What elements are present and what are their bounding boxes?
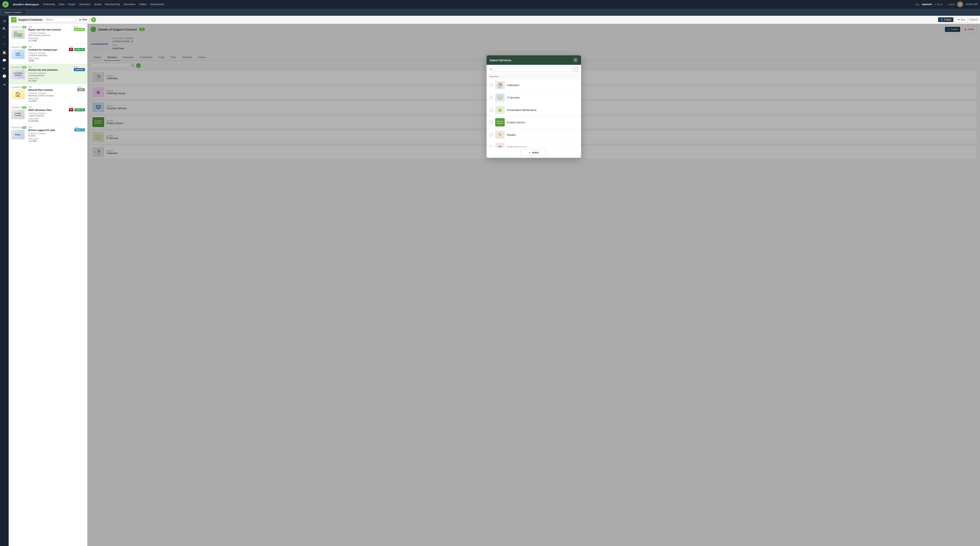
nav-quality[interactable]: Quality <box>94 3 102 6</box>
contract-item-56[interactable]: Contract ID 56 LOCKHEEDMARTIN Title Sevi… <box>9 64 87 84</box>
contract-63-id: 63 <box>22 26 26 29</box>
toolbar-search-input[interactable] <box>44 18 75 22</box>
modal-item-uniformity[interactable]: 👥 Uniformity Survey <box>487 141 581 147</box>
sidebar-plus-icon[interactable]: + <box>1 33 8 40</box>
app-logo[interactable]: A <box>2 1 9 8</box>
contract-54-company: American Crane Company <box>29 94 76 97</box>
nav-development[interactable]: Development <box>150 3 164 6</box>
contract-52-company: Furcifer <box>29 135 73 137</box>
logout-button[interactable]: ← Logout <box>945 3 955 5</box>
sidebar-cloud-icon[interactable]: ☁ <box>1 80 8 88</box>
modal-item-product[interactable]: ProductsServices Product Service <box>487 116 581 129</box>
toolbar-tour-button[interactable]: 👁 Tour <box>955 17 968 22</box>
modal-footer: ✓ Select <box>487 147 581 158</box>
modal-item-prev-maintenance[interactable]: 👷 Preventative Maintenance <box>487 104 581 116</box>
nav-automation[interactable]: Automation <box>124 3 135 6</box>
workspace-name: Jennifer's Workspace <box>13 3 39 6</box>
nav-utilities[interactable]: Utilities <box>139 3 147 6</box>
modal-select-button[interactable]: ✓ Select <box>520 149 547 156</box>
content-area: 🤝 Support Contracts ⊟ Filter + 👤 Follow … <box>9 16 980 546</box>
sidebar-icons: ⊞ 🔍 + ? 🔔 💬 ▶ 🕐 ☁ <box>0 16 9 546</box>
nav-manufacturing[interactable]: Manufacturing <box>105 3 120 6</box>
filter-button[interactable]: ⊟ Filter <box>77 18 89 22</box>
contract-59-title: Contract for renewed part <box>29 48 67 51</box>
count-badge: Count 9 <box>969 18 978 21</box>
modal-thumb-prev: 👷 <box>495 106 505 114</box>
sidebar-help-icon[interactable]: ? <box>1 41 8 48</box>
contract-item-63[interactable]: Contract ID 63 ASCPROCESSSYSTEMS Title R… <box>9 24 87 44</box>
contract-id-label: Contract ID <box>11 26 21 28</box>
errors-button[interactable]: ⚠ Errors <box>934 3 943 6</box>
contract-item-53[interactable]: Contract ID 53 CYGNETTexkimp Title HVAC … <box>9 104 87 124</box>
modal-checkbox-product[interactable] <box>490 121 493 124</box>
modal-item-it[interactable]: IT Services <box>487 91 581 104</box>
contract-53-title: HVAC Business Plan <box>29 109 67 111</box>
svg-text:👥: 👥 <box>498 146 502 147</box>
svg-text:🔧: 🔧 <box>498 133 502 137</box>
modal-checkbox-it[interactable] <box>490 96 493 99</box>
svg-rect-19 <box>499 99 501 99</box>
contract-52-type: Water Ta <box>75 129 85 131</box>
split-layout: Contract ID 63 ASCPROCESSSYSTEMS Title R… <box>9 24 980 546</box>
filter-icon: ⊟ <box>79 18 81 21</box>
contract-59-company: Lumitech Industries <box>29 54 67 57</box>
contract-59-order: 34343 <box>29 59 67 62</box>
contract-list: Contract ID 63 ASCPROCESSSYSTEMS Title R… <box>9 24 88 546</box>
org-label: Org: <box>915 3 920 5</box>
modal-checkbox-repairs[interactable] <box>490 133 493 136</box>
contract-56-id: 56 <box>22 66 26 68</box>
modal-add-button[interactable]: + <box>573 67 578 72</box>
contract-59-type: HVAC 80 <box>75 48 85 51</box>
contract-item-54[interactable]: Contract ID 54 🏠 Title Dimond Plan contr… <box>9 84 87 104</box>
modal-item-calibration[interactable]: Calibration <box>487 79 581 91</box>
header-right: Org: Appward ⚠ Errors ← Logout JS Jennif… <box>915 2 978 7</box>
sidebar-clock-icon[interactable]: 🕐 <box>1 73 8 80</box>
modal-thumb-uniformity: 👥 <box>495 143 505 147</box>
toolbar-follow-button[interactable]: 👤 Follow <box>938 18 953 22</box>
svg-rect-18 <box>498 96 502 98</box>
handshake-icon: 🤝 <box>13 18 15 21</box>
contract-54-type: Other <box>77 88 85 91</box>
modal-search-input[interactable] <box>494 67 571 72</box>
breadcrumb-close[interactable]: × <box>22 11 24 13</box>
add-contract-button[interactable]: + <box>91 17 96 22</box>
modal-checkbox-prev[interactable] <box>490 108 493 111</box>
modal-thumb-product: ProductsServices <box>495 118 505 126</box>
user-name: Jennifer Sistili <box>966 3 978 5</box>
contract-63-logo: ASCPROCESSSYSTEMS <box>11 29 25 39</box>
contract-52-id: 52 <box>22 126 26 129</box>
contract-54-id: 54 <box>22 86 26 89</box>
modal-item-uniformity-name: Uniformity Survey <box>507 146 527 147</box>
contract-54-logo: 🏠 <box>11 89 25 99</box>
modal-checkbox-uniformity[interactable] <box>490 146 493 147</box>
contract-56-type: AutoClav <box>74 68 85 71</box>
nav-people[interactable]: People <box>68 3 75 6</box>
nav-productivity[interactable]: Productivity <box>43 3 55 6</box>
toolbar: 🤝 Support Contracts ⊟ Filter + 👤 Follow … <box>9 16 980 24</box>
sidebar-bell-icon[interactable]: 🔔 <box>1 49 8 56</box>
sidebar-grid-icon[interactable]: ⊞ <box>1 18 8 24</box>
contract-item-52[interactable]: Contract ID 52 Furc Title Bronze support… <box>9 124 87 144</box>
contract-59-id: 59 <box>22 46 26 48</box>
org-name: Appward <box>922 3 932 6</box>
contract-52-order: 11-233E <box>29 140 73 142</box>
user-avatar[interactable]: JS <box>957 2 963 7</box>
nav-operations[interactable]: Operations <box>79 3 91 6</box>
sidebar-run-icon[interactable]: ▶ <box>1 65 8 72</box>
contract-56-company: Lockheed Martin <box>29 74 72 76</box>
modal-close-button[interactable]: × <box>573 58 578 62</box>
contract-item-59[interactable]: Contract ID 59 LUMITECH Title Contract f… <box>9 44 87 64</box>
modal-item-repairs[interactable]: 🔧 Repairs <box>487 129 581 141</box>
modal-item-calibration-name: Calibration <box>507 84 519 87</box>
contract-53-company: Cygnet Texkimp <box>29 115 67 117</box>
contract-63-title-label: Title <box>29 26 72 28</box>
nav-sales[interactable]: Sales <box>59 3 65 6</box>
modal-thumb-repairs: 🔧 <box>495 131 505 139</box>
select-services-modal-overlay[interactable]: Select Services × 🔍 + Services <box>88 24 980 546</box>
modal-search-row: 🔍 + <box>487 65 581 74</box>
sidebar-chat-icon[interactable]: 💬 <box>1 57 8 64</box>
sidebar-search-icon[interactable]: 🔍 <box>1 25 8 32</box>
toolbar-right: 👤 Follow 👁 Tour Count 9 <box>938 17 978 22</box>
modal-checkbox-calibration[interactable] <box>490 83 493 87</box>
top-navigation: A Jennifer's Workspace Productivity Sale… <box>0 0 980 9</box>
